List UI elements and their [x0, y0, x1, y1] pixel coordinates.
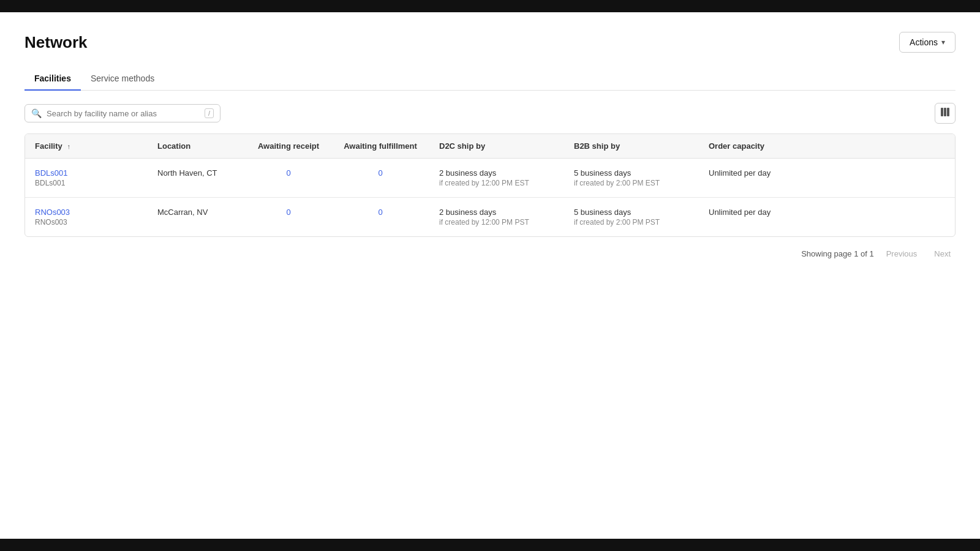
- cell-facility-1: RNOs003 RNOs003: [25, 198, 148, 237]
- page-header: Network Actions ▾: [24, 32, 956, 53]
- col-header-awaiting-fulfillment: Awaiting fulfillment: [331, 134, 429, 159]
- awaiting-fulfillment-link-0[interactable]: 0: [378, 168, 382, 178]
- svg-rect-2: [947, 108, 949, 116]
- facility-link-1[interactable]: RNOs003: [35, 208, 138, 217]
- facilities-table: Facility ↑ Location Awaiting receipt Awa…: [25, 134, 955, 236]
- cell-d2c-1: 2 business days if created by 12:00 PM P…: [429, 198, 564, 237]
- col-header-d2c: D2C ship by: [429, 134, 564, 159]
- chevron-down-icon: ▾: [941, 38, 945, 47]
- actions-button[interactable]: Actions ▾: [899, 32, 956, 53]
- col-header-b2b: B2B ship by: [564, 134, 699, 159]
- facilities-table-wrapper: Facility ↑ Location Awaiting receipt Awa…: [24, 133, 956, 237]
- col-header-order-capacity: Order capacity: [699, 134, 955, 159]
- tab-facilities[interactable]: Facilities: [24, 67, 81, 91]
- b2b-created-by-0: if created by 2:00 PM EST: [574, 179, 689, 187]
- d2c-created-by-1: if created by 12:00 PM PST: [439, 218, 554, 227]
- pagination-info: Showing page 1 of 1: [801, 249, 874, 258]
- b2b-days-0: 5 business days: [574, 168, 689, 178]
- table-header-row: Facility ↑ Location Awaiting receipt Awa…: [25, 134, 955, 159]
- columns-icon: [940, 107, 950, 119]
- awaiting-receipt-link-1[interactable]: 0: [286, 208, 290, 217]
- page-title: Network: [24, 33, 88, 52]
- cell-awaiting-receipt-1: 0: [246, 198, 331, 237]
- cell-location-0: North Haven, CT: [148, 159, 246, 198]
- cell-awaiting-fulfillment-0: 0: [331, 159, 429, 198]
- page-container: Network Actions ▾ Facilities Service met…: [0, 12, 980, 280]
- table-header: Facility ↑ Location Awaiting receipt Awa…: [25, 134, 955, 159]
- svg-rect-1: [944, 108, 946, 116]
- d2c-days-1: 2 business days: [439, 208, 554, 217]
- d2c-created-by-0: if created by 12:00 PM EST: [439, 179, 554, 187]
- search-bar-row: 🔍 /: [24, 103, 956, 124]
- facility-alias-1: RNOs003: [35, 218, 138, 227]
- pagination-row: Showing page 1 of 1 Previous Next: [24, 237, 956, 261]
- d2c-days-0: 2 business days: [439, 168, 554, 178]
- table-row: BDLs001 BDLs001 North Haven, CT 0 0 2 bu…: [25, 159, 955, 198]
- tabs: Facilities Service methods: [24, 67, 956, 91]
- b2b-created-by-1: if created by 2:00 PM PST: [574, 218, 689, 227]
- cell-location-1: McCarran, NV: [148, 198, 246, 237]
- search-wrapper: 🔍 /: [24, 104, 221, 122]
- svg-rect-0: [941, 108, 943, 116]
- cell-b2b-0: 5 business days if created by 2:00 PM ES…: [564, 159, 699, 198]
- cell-order-capacity-1: Unlimited per day: [699, 198, 955, 237]
- cell-awaiting-receipt-0: 0: [246, 159, 331, 198]
- cell-facility-0: BDLs001 BDLs001: [25, 159, 148, 198]
- cell-order-capacity-0: Unlimited per day: [699, 159, 955, 198]
- previous-button[interactable]: Previous: [881, 247, 922, 261]
- sort-icon: ↑: [67, 143, 70, 150]
- col-header-awaiting-receipt: Awaiting receipt: [246, 134, 331, 159]
- search-icon: 🔍: [31, 108, 42, 118]
- slash-shortcut: /: [205, 108, 214, 118]
- awaiting-fulfillment-link-1[interactable]: 0: [378, 208, 382, 217]
- col-header-location: Location: [148, 134, 246, 159]
- actions-label: Actions: [910, 37, 938, 47]
- search-input[interactable]: [47, 109, 205, 118]
- table-row: RNOs003 RNOs003 McCarran, NV 0 0 2 busin…: [25, 198, 955, 237]
- facility-alias-0: BDLs001: [35, 179, 138, 187]
- facility-link-0[interactable]: BDLs001: [35, 168, 138, 178]
- awaiting-receipt-link-0[interactable]: 0: [286, 168, 290, 178]
- columns-toggle-button[interactable]: [935, 103, 956, 124]
- col-header-facility: Facility ↑: [25, 134, 148, 159]
- cell-d2c-0: 2 business days if created by 12:00 PM E…: [429, 159, 564, 198]
- top-bar: [0, 0, 980, 12]
- table-body: BDLs001 BDLs001 North Haven, CT 0 0 2 bu…: [25, 159, 955, 237]
- next-button[interactable]: Next: [929, 247, 956, 261]
- tab-service-methods[interactable]: Service methods: [81, 67, 164, 91]
- b2b-days-1: 5 business days: [574, 208, 689, 217]
- cell-awaiting-fulfillment-1: 0: [331, 198, 429, 237]
- cell-b2b-1: 5 business days if created by 2:00 PM PS…: [564, 198, 699, 237]
